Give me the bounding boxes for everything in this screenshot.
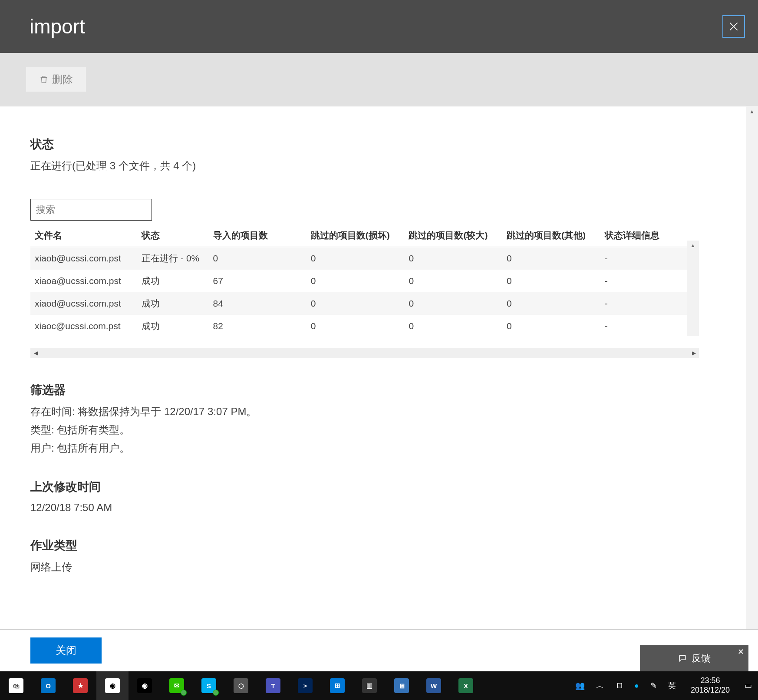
- tray-ime[interactable]: 英: [668, 680, 676, 691]
- table-row[interactable]: xiaoc@ucssi.com.pst 成功 82 0 0 0 -: [30, 315, 690, 337]
- cell-details: -: [600, 247, 690, 270]
- cell-status: 成功: [137, 270, 208, 292]
- taskbar-app-server[interactable]: ▥: [353, 671, 386, 700]
- scroll-right-icon: ▶: [689, 348, 699, 358]
- taskbar-app-generic-2[interactable]: ◌: [225, 671, 257, 700]
- taskbar-app-remote[interactable]: 🖥: [386, 671, 418, 700]
- cell-skipped-large: 0: [404, 292, 502, 315]
- cell-file: xiaod@ucssi.com.pst: [30, 292, 137, 315]
- scroll-left-icon: ◀: [30, 348, 41, 358]
- content-area: 状态 正在进行(已处理 3 个文件，共 4 个) 文件名 状态 导入的项目数 跳…: [0, 106, 746, 652]
- status-section: 状态 正在进行(已处理 3 个文件，共 4 个): [30, 136, 715, 173]
- tray-monitor-icon[interactable]: 🖥: [615, 681, 623, 690]
- windows-taskbar: 🛍 O ★ ◉ ◉ ✉ S ◌ T ＞ ⊞ ▥ 🖥 W X 👥 ︿ 🖥 ● ✎ …: [0, 671, 758, 700]
- tray-people-icon[interactable]: 👥: [575, 681, 585, 690]
- trash-icon: [39, 74, 49, 85]
- taskbar-app-chrome[interactable]: ◉: [129, 671, 161, 700]
- tray-skype-icon[interactable]: ●: [634, 681, 639, 690]
- taskbar-app-skype[interactable]: S: [193, 671, 225, 700]
- page-scrollbar[interactable]: ▲: [746, 106, 758, 652]
- table-vertical-scrollbar[interactable]: ▲: [687, 241, 699, 336]
- close-button[interactable]: [722, 15, 745, 38]
- close-icon: [728, 21, 739, 32]
- taskbar-app-chrome-active[interactable]: ◉: [96, 671, 129, 700]
- close-footer-button[interactable]: 关闭: [30, 637, 102, 664]
- cell-skipped-damaged: 0: [306, 270, 405, 292]
- filters-line-type: 类型: 包括所有类型。: [30, 423, 715, 437]
- cell-skipped-large: 0: [404, 315, 502, 337]
- cell-skipped-damaged: 0: [306, 247, 405, 270]
- table-row[interactable]: xiaod@ucssi.com.pst 成功 84 0 0 0 -: [30, 292, 690, 315]
- modified-heading: 上次修改时间: [30, 479, 715, 495]
- cell-file: xiaob@ucssi.com.pst: [30, 247, 137, 270]
- filters-section: 筛选器 存在时间: 将数据保持为早于 12/20/17 3:07 PM。 类型:…: [30, 382, 715, 455]
- col-header-status[interactable]: 状态: [137, 224, 208, 247]
- filters-line-users: 用户: 包括所有用户。: [30, 441, 715, 455]
- table-header-row: 文件名 状态 导入的项目数 跳过的项目数(损坏) 跳过的项目数(较大) 跳过的项…: [30, 224, 690, 247]
- cell-imported: 84: [209, 292, 306, 315]
- cell-skipped-damaged: 0: [306, 315, 405, 337]
- table-row[interactable]: xiaob@ucssi.com.pst 正在进行 - 0% 0 0 0 0 -: [30, 247, 690, 270]
- table-region: 文件名 状态 导入的项目数 跳过的项目数(损坏) 跳过的项目数(较大) 跳过的项…: [30, 224, 699, 358]
- cell-file: xiaoc@ucssi.com.pst: [30, 315, 137, 337]
- search-input[interactable]: [35, 204, 156, 216]
- taskbar-app-powershell[interactable]: ＞: [289, 671, 321, 700]
- modified-value: 12/20/18 7:50 AM: [30, 502, 715, 514]
- feedback-label: 反馈: [692, 652, 711, 665]
- header: import: [0, 0, 758, 53]
- delete-button[interactable]: 删除: [26, 67, 86, 92]
- feedback-close-icon[interactable]: ✕: [738, 647, 744, 657]
- taskbar-app-windows-admin[interactable]: ⊞: [321, 671, 353, 700]
- scroll-up-icon: ▲: [687, 241, 699, 250]
- cell-file: xiaoa@ucssi.com.pst: [30, 270, 137, 292]
- taskbar-app-word[interactable]: W: [418, 671, 450, 700]
- tray-clock[interactable]: 23:56 2018/12/20: [687, 676, 733, 695]
- tray-notifications-icon[interactable]: ▭: [745, 681, 752, 690]
- cell-skipped-large: 0: [404, 247, 502, 270]
- feedback-popup[interactable]: ✕ 反馈: [640, 645, 748, 671]
- cell-skipped-other: 0: [502, 315, 600, 337]
- scroll-up-icon: ▲: [746, 106, 758, 117]
- cell-skipped-damaged: 0: [306, 292, 405, 315]
- cell-skipped-large: 0: [404, 270, 502, 292]
- status-text: 正在进行(已处理 3 个文件，共 4 个): [30, 159, 715, 173]
- taskbar-app-store[interactable]: 🛍: [0, 671, 32, 700]
- table-horizontal-scrollbar[interactable]: ◀ ▶: [30, 348, 699, 358]
- taskbar-app-wechat[interactable]: ✉: [161, 671, 193, 700]
- tray-pen-icon[interactable]: ✎: [650, 681, 657, 690]
- cell-imported: 82: [209, 315, 306, 337]
- cell-status: 成功: [137, 292, 208, 315]
- delete-label: 删除: [52, 73, 73, 86]
- toolbar: 删除: [0, 53, 758, 106]
- cell-details: -: [600, 315, 690, 337]
- tray-expand-icon[interactable]: ︿: [596, 680, 604, 691]
- clock-time: 23:56: [691, 676, 730, 686]
- system-tray: 👥 ︿ 🖥 ● ✎ 英 23:56 2018/12/20 ▭: [575, 676, 758, 695]
- taskbar-app-generic-1[interactable]: ★: [64, 671, 96, 700]
- taskbar-app-outlook[interactable]: O: [32, 671, 64, 700]
- taskbar-app-excel[interactable]: X: [450, 671, 482, 700]
- modified-section: 上次修改时间 12/20/18 7:50 AM: [30, 479, 715, 514]
- col-header-details[interactable]: 状态详细信息: [600, 224, 690, 247]
- cell-imported: 0: [209, 247, 306, 270]
- cell-skipped-other: 0: [502, 270, 600, 292]
- cell-status: 成功: [137, 315, 208, 337]
- search-box[interactable]: [30, 199, 152, 221]
- taskbar-apps: 🛍 O ★ ◉ ◉ ✉ S ◌ T ＞ ⊞ ▥ 🖥 W X: [0, 671, 482, 700]
- cell-status: 正在进行 - 0%: [137, 247, 208, 270]
- taskbar-app-teams[interactable]: T: [257, 671, 289, 700]
- cell-details: -: [600, 292, 690, 315]
- col-header-skipped-other[interactable]: 跳过的项目数(其他): [502, 224, 600, 247]
- jobtype-heading: 作业类型: [30, 538, 715, 553]
- col-header-file[interactable]: 文件名: [30, 224, 137, 247]
- col-header-skipped-damaged[interactable]: 跳过的项目数(损坏): [306, 224, 405, 247]
- filters-line-age: 存在时间: 将数据保持为早于 12/20/17 3:07 PM。: [30, 405, 715, 419]
- cell-skipped-other: 0: [502, 292, 600, 315]
- col-header-imported[interactable]: 导入的项目数: [209, 224, 306, 247]
- table-row[interactable]: xiaoa@ucssi.com.pst 成功 67 0 0 0 -: [30, 270, 690, 292]
- files-table: 文件名 状态 导入的项目数 跳过的项目数(损坏) 跳过的项目数(较大) 跳过的项…: [30, 224, 690, 337]
- page-title: import: [30, 15, 85, 38]
- cell-imported: 67: [209, 270, 306, 292]
- jobtype-section: 作业类型 网络上传: [30, 538, 715, 574]
- col-header-skipped-large[interactable]: 跳过的项目数(较大): [404, 224, 502, 247]
